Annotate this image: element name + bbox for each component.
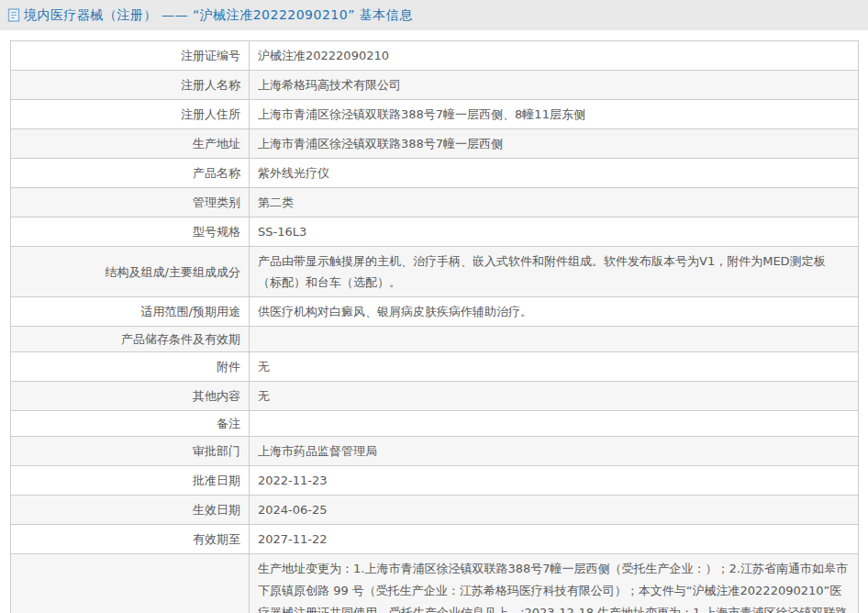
row-value: 生产地址变更为：1.上海市青浦区徐泾镇双联路388号7幢一层西侧（受托生产企业：… — [250, 554, 858, 613]
row-label-text: 附件 — [217, 358, 240, 375]
document-icon — [7, 8, 20, 22]
row-value: 上海市青浦区徐泾镇双联路388号7幢一层西侧、8幢11层东侧 — [250, 100, 858, 128]
row-value: 产品由带显示触摸屏的主机、治疗手柄、嵌入式软件和附件组成。软件发布版本号为V1，… — [250, 247, 858, 296]
registration-info-table: 注册证编号沪械注准20222090210注册人名称上海希格玛高技术有限公司注册人… — [10, 40, 859, 613]
row-value — [250, 411, 858, 436]
row-value-text: 第二类 — [258, 192, 294, 213]
row-label-text: 管理类别 — [193, 194, 240, 211]
table-row: 批准日期2022-11-23 — [11, 466, 858, 496]
row-label-text: 批准日期 — [193, 472, 240, 489]
row-value-text: 上海希格玛高技术有限公司 — [258, 74, 401, 95]
row-value: 紫外线光疗仪 — [250, 159, 858, 187]
table-row: 其他内容无 — [11, 382, 858, 411]
table-row: 管理类别第二类 — [11, 188, 858, 217]
row-label: 适用范围/预期用途 — [11, 297, 250, 326]
row-label-text: 其他内容 — [193, 387, 240, 405]
row-value: 2024-06-25 — [250, 496, 858, 524]
row-value-text: 2022-11-23 — [258, 470, 328, 491]
page-header: 境内医疗器械（注册） —— “沪械注准20222090210” 基本信息 — [0, 0, 868, 30]
row-value-text: 无 — [258, 385, 270, 407]
table-row: 变更情况生产地址变更为：1.上海市青浦区徐泾镇双联路388号7幢一层西侧（受托生… — [11, 554, 858, 613]
row-value-text: 紫外线光疗仪 — [258, 162, 329, 184]
row-label: 注册人名称 — [11, 71, 250, 99]
row-value-text: 上海市药品监督管理局 — [258, 440, 377, 462]
row-label-text: 型号规格 — [193, 223, 240, 240]
row-value-text: 沪械注准20222090210 — [258, 45, 389, 66]
row-label-text: 生产地址 — [193, 135, 240, 152]
row-value-text: 无 — [258, 356, 270, 377]
row-value: SS-16L3 — [250, 217, 858, 246]
table-row: 注册人名称上海希格玛高技术有限公司 — [11, 71, 858, 100]
row-label: 有效期至 — [11, 525, 250, 553]
table-row: 生效日期2024-06-25 — [11, 496, 858, 525]
table-row: 有效期至2027-11-22 — [11, 525, 858, 554]
row-value: 上海市药品监督管理局 — [250, 437, 858, 465]
row-label: 审批部门 — [11, 437, 250, 465]
table-row: 附件无 — [11, 352, 858, 382]
row-label-text: 产品储存条件及有效期 — [121, 330, 240, 348]
table-row: 注册证编号沪械注准20222090210 — [11, 41, 858, 71]
page-title: 境内医疗器械（注册） —— “沪械注准20222090210” 基本信息 — [24, 7, 413, 24]
row-value: 沪械注准20222090210 — [250, 41, 858, 70]
row-value-text: 上海市青浦区徐泾镇双联路388号7幢一层西侧、8幢11层东侧 — [258, 104, 585, 125]
table-row: 结构及组成/主要组成成分产品由带显示触摸屏的主机、治疗手柄、嵌入式软件和附件组成… — [11, 247, 858, 297]
row-label: 附件 — [11, 352, 250, 381]
row-value: 供医疗机构对白癜风、银屑病皮肤疾病作辅助治疗。 — [250, 297, 858, 326]
row-value-text: 生产地址变更为：1.上海市青浦区徐泾镇双联路388号7幢一层西侧（受托生产企业：… — [258, 558, 849, 613]
table-row: 注册人住所上海市青浦区徐泾镇双联路388号7幢一层西侧、8幢11层东侧 — [11, 100, 858, 129]
table-row: 适用范围/预期用途供医疗机构对白癜风、银屑病皮肤疾病作辅助治疗。 — [11, 297, 858, 327]
table-row: 备注 — [11, 411, 858, 437]
table-row: 产品名称紫外线光疗仪 — [11, 159, 858, 188]
row-value: 第二类 — [250, 188, 858, 217]
row-label-text: 注册证编号 — [181, 47, 240, 64]
table-row: 产品储存条件及有效期 — [11, 327, 858, 352]
row-value-text: 2024-06-25 — [258, 499, 328, 520]
row-label: 注册证编号 — [11, 41, 250, 70]
row-label-text: 结构及组成/主要组成成分 — [106, 263, 240, 281]
table-body: 注册证编号沪械注准20222090210注册人名称上海希格玛高技术有限公司注册人… — [11, 41, 858, 613]
row-label: 型号规格 — [11, 217, 250, 246]
row-label: 批准日期 — [11, 466, 250, 495]
row-value: 2027-11-22 — [250, 525, 858, 553]
row-value: 2022-11-23 — [250, 466, 858, 495]
row-value: 上海希格玛高技术有限公司 — [250, 71, 858, 99]
row-label-text: 有效期至 — [193, 530, 240, 548]
row-label-text: 备注 — [217, 415, 240, 432]
row-label: 结构及组成/主要组成成分 — [11, 247, 250, 296]
row-label-text: 生效日期 — [193, 501, 240, 518]
row-label-text: 注册人住所 — [181, 106, 240, 123]
row-label-text: 审批部门 — [193, 442, 240, 460]
row-value-text: SS-16L3 — [258, 221, 306, 242]
row-label: 产品名称 — [11, 159, 250, 187]
row-label-text: 适用范围/预期用途 — [141, 303, 240, 320]
row-value-text: 供医疗机构对白癜风、银屑病皮肤疾病作辅助治疗。 — [258, 301, 532, 322]
row-label-text: 产品名称 — [193, 164, 240, 182]
row-label: 产品储存条件及有效期 — [11, 327, 250, 351]
row-label: 生效日期 — [11, 496, 250, 524]
row-value — [250, 327, 858, 351]
row-label: 变更情况 — [11, 554, 250, 613]
row-label: 生产地址 — [11, 129, 250, 158]
table-row: 生产地址上海市青浦区徐泾镇双联路388号7幢一层西侧 — [11, 129, 858, 159]
row-value-text: 2027-11-22 — [258, 529, 328, 550]
row-label: 管理类别 — [11, 188, 250, 217]
row-value-text: 上海市青浦区徐泾镇双联路388号7幢一层西侧 — [258, 133, 503, 154]
row-value: 无 — [250, 382, 858, 410]
row-value: 无 — [250, 352, 858, 381]
row-value: 上海市青浦区徐泾镇双联路388号7幢一层西侧 — [250, 129, 858, 158]
row-label-text: 注册人名称 — [181, 76, 240, 94]
row-label: 备注 — [11, 411, 250, 436]
table-row: 审批部门上海市药品监督管理局 — [11, 437, 858, 466]
table-row: 型号规格SS-16L3 — [11, 217, 858, 247]
row-label: 注册人住所 — [11, 100, 250, 128]
row-value-text: 产品由带显示触摸屏的主机、治疗手柄、嵌入式软件和附件组成。软件发布版本号为V1，… — [258, 251, 849, 293]
row-label: 其他内容 — [11, 382, 250, 410]
